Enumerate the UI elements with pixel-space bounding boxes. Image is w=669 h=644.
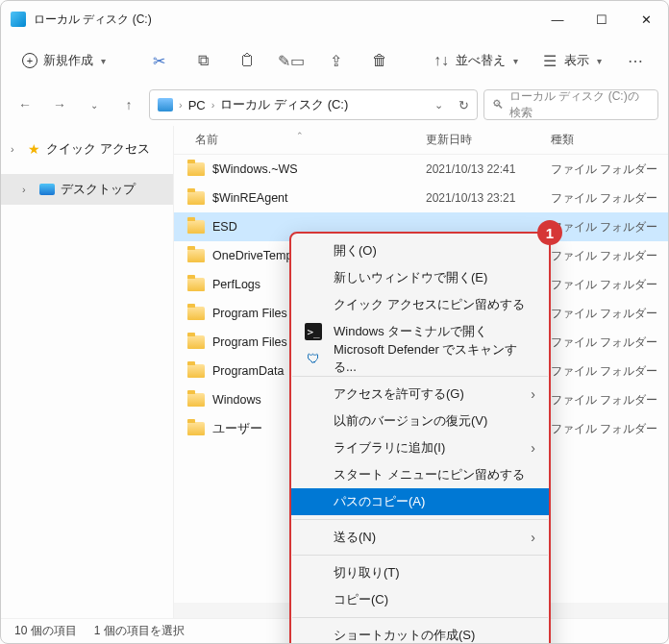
menu-separator xyxy=(292,519,548,520)
minimize-button[interactable]: — xyxy=(535,1,580,37)
view-icon: ☰ xyxy=(541,52,558,69)
menu-item[interactable]: 🛡︎Microsoft Defender でスキャンする... xyxy=(291,345,549,372)
cell-type: ファイル フォルダー xyxy=(551,248,668,264)
menu-item[interactable]: 切り取り(T) xyxy=(291,559,549,586)
sidebar-item-label: クイック アクセス xyxy=(46,140,150,158)
search-icon: 🔍︎ xyxy=(492,98,504,111)
cell-date: 2021/10/13 22:41 xyxy=(426,162,551,176)
search-placeholder: ローカル ディスク (C:)の検索 xyxy=(509,88,650,121)
cut-button[interactable]: ✂ xyxy=(138,43,179,78)
chevron-down-icon[interactable]: ⌄ xyxy=(434,99,443,111)
context-menu: 1 開く(O)新しいウィンドウで開く(E)クイック アクセスにピン留めする>_W… xyxy=(289,232,551,644)
paste-button[interactable]: 📋︎ xyxy=(227,43,267,78)
sidebar-item-quick-access[interactable]: › ★ クイック アクセス xyxy=(1,134,173,164)
sort-indicator-icon: ⌃ xyxy=(296,131,304,140)
menu-item[interactable]: スタート メニューにピン留めする xyxy=(291,461,549,488)
breadcrumb-pc[interactable]: PC xyxy=(188,98,206,112)
file-name: Program Files xyxy=(212,307,287,320)
header-date[interactable]: 更新日時 xyxy=(426,132,551,148)
shield-icon: 🛡︎ xyxy=(305,350,322,367)
up-button[interactable]: ↑ xyxy=(114,90,143,119)
status-item-count: 10 個の項目 xyxy=(14,623,77,639)
chevron-down-icon: ▾ xyxy=(101,56,106,66)
new-button[interactable]: + 新規作成 ▾ xyxy=(12,43,115,78)
drive-icon xyxy=(11,12,26,27)
header-name[interactable]: ⌃ 名前 xyxy=(174,132,426,148)
column-headers: ⌃ 名前 更新日時 種類 xyxy=(174,126,668,155)
chevron-right-icon: › xyxy=(22,184,34,195)
status-selection: 1 個の項目を選択 xyxy=(94,623,185,639)
view-label: 表示 xyxy=(564,52,589,69)
share-button[interactable]: ⇪ xyxy=(315,43,356,78)
desktop-icon xyxy=(39,184,55,195)
menu-item[interactable]: パスのコピー(A) xyxy=(291,488,549,515)
cell-type: ファイル フォルダー xyxy=(551,421,668,437)
cell-type: ファイル フォルダー xyxy=(551,277,668,293)
cell-type: ファイル フォルダー xyxy=(551,161,668,178)
forward-button[interactable]: → xyxy=(45,90,74,119)
menu-separator xyxy=(292,555,548,556)
file-name: PerfLogs xyxy=(212,278,260,291)
cell-type: ファイル フォルダー xyxy=(551,219,668,235)
plus-icon: + xyxy=(22,53,37,68)
view-button[interactable]: ☰ 表示 ▾ xyxy=(532,43,611,78)
table-row[interactable]: $WinREAgent2021/10/13 23:21ファイル フォルダー xyxy=(174,184,668,212)
menu-separator xyxy=(292,376,548,377)
more-button[interactable]: ⋯ xyxy=(615,43,656,78)
toolbar: + 新規作成 ▾ ✂ ⧉ 📋︎ ✎▭ ⇪ 🗑︎ ↑↓ 並べ替え ▾ ☰ 表示 ▾… xyxy=(1,37,668,84)
file-name: Windows xyxy=(212,393,261,407)
menu-item[interactable]: クイック アクセスにピン留めする xyxy=(291,291,549,318)
scissors-icon: ✂ xyxy=(150,52,167,69)
menu-item-label: クイック アクセスにピン留めする xyxy=(334,296,525,313)
sort-icon: ↑↓ xyxy=(433,52,450,69)
copy-button[interactable]: ⧉ xyxy=(183,43,223,78)
menu-item-label: Microsoft Defender でスキャンする... xyxy=(334,341,532,376)
cell-date: 2021/10/13 23:21 xyxy=(426,191,551,205)
refresh-icon[interactable]: ↻ xyxy=(458,98,469,112)
menu-item[interactable]: 開く(O) xyxy=(291,237,549,264)
file-name: Program Files (x xyxy=(212,335,301,349)
menu-item-label: 切り取り(T) xyxy=(334,564,400,582)
menu-item[interactable]: 以前のバージョンの復元(V) xyxy=(291,408,549,434)
back-button[interactable]: ← xyxy=(11,90,39,119)
cell-name: $WinREAgent xyxy=(174,191,426,205)
chevron-right-icon: › xyxy=(179,99,183,111)
menu-item[interactable]: アクセスを許可する(G) xyxy=(291,381,549,408)
sidebar-item-desktop[interactable]: › デスクトップ xyxy=(1,174,173,205)
menu-separator xyxy=(292,617,548,618)
menu-item-label: スタート メニューにピン留めする xyxy=(334,466,525,483)
chevron-down-icon: ▾ xyxy=(597,56,602,66)
folder-icon xyxy=(187,422,205,435)
header-type[interactable]: 種類 xyxy=(551,132,668,148)
close-button[interactable]: ✕ xyxy=(624,1,668,37)
cell-type: ファイル フォルダー xyxy=(551,334,668,351)
menu-item[interactable]: ショートカットの作成(S) xyxy=(291,622,549,644)
cell-type: ファイル フォルダー xyxy=(551,392,668,409)
rename-button[interactable]: ✎▭ xyxy=(271,43,311,78)
menu-item[interactable]: 送る(N) xyxy=(291,524,549,551)
drive-icon xyxy=(158,98,173,111)
delete-button[interactable]: 🗑︎ xyxy=(359,43,400,78)
cell-type: ファイル フォルダー xyxy=(551,306,668,322)
copy-icon: ⧉ xyxy=(194,52,211,69)
recent-button[interactable]: ⌄ xyxy=(80,90,109,119)
search-input[interactable]: 🔍︎ ローカル ディスク (C:)の検索 xyxy=(483,89,658,120)
file-name: OneDriveTemp xyxy=(212,249,292,262)
maximize-button[interactable]: ☐ xyxy=(580,1,624,37)
paste-icon: 📋︎ xyxy=(238,52,256,69)
sort-button[interactable]: ↑↓ 並べ替え ▾ xyxy=(423,43,528,78)
folder-icon xyxy=(187,162,205,176)
address-bar[interactable]: › PC › ローカル ディスク (C:) ⌄ ↻ xyxy=(149,89,478,120)
menu-item[interactable]: コピー(C) xyxy=(291,586,549,613)
menu-item-label: 以前のバージョンの復元(V) xyxy=(334,412,487,430)
annotation-badge: 1 xyxy=(537,220,562,245)
more-icon: ⋯ xyxy=(627,52,644,69)
table-row[interactable]: $Windows.~WS2021/10/13 22:41ファイル フォルダー xyxy=(174,155,668,184)
menu-item[interactable]: 新しいウィンドウで開く(E) xyxy=(291,264,549,291)
folder-icon xyxy=(187,364,205,378)
cell-type: ファイル フォルダー xyxy=(551,363,668,380)
file-name: ESD xyxy=(212,220,237,234)
breadcrumb-drive[interactable]: ローカル ディスク (C:) xyxy=(220,96,348,113)
sort-label: 並べ替え xyxy=(456,52,506,69)
menu-item[interactable]: ライブラリに追加(I) xyxy=(291,434,549,461)
